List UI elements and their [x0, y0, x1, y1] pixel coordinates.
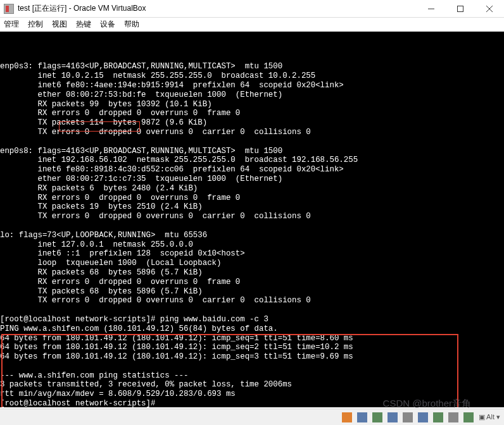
usb-icon[interactable] — [403, 412, 413, 422]
hdd-activity-icon[interactable] — [342, 412, 352, 422]
network-icon[interactable] — [387, 412, 398, 422]
menu-help[interactable]: 帮助 — [124, 19, 139, 30]
recording-icon[interactable] — [448, 412, 458, 422]
shared-folders-icon[interactable] — [418, 412, 428, 422]
window-titlebar: test [正在运行] - Oracle VM VirtualBox — [0, 0, 504, 18]
cpu-icon[interactable] — [463, 412, 474, 422]
menu-view[interactable]: 视图 — [52, 19, 67, 30]
menu-devices[interactable]: 设备 — [100, 19, 115, 30]
audio-icon[interactable] — [372, 412, 382, 422]
host-key-indicator: ▣ Alt ▾ — [479, 413, 500, 421]
menu-bar: 管理 控制 视图 热键 设备 帮助 — [0, 18, 504, 32]
maximize-button[interactable] — [446, 0, 475, 17]
svg-rect-0 — [458, 6, 463, 11]
window-title: test [正在运行] - Oracle VM VirtualBox — [18, 3, 417, 14]
optical-drive-icon[interactable] — [357, 412, 367, 422]
window-controls — [417, 0, 504, 17]
vm-status-bar: ▣ Alt ▾ — [0, 409, 504, 425]
menu-control[interactable]: 控制 — [28, 19, 43, 30]
menu-hotkeys[interactable]: 热键 — [76, 19, 91, 30]
display-icon[interactable] — [433, 412, 443, 422]
menu-manage[interactable]: 管理 — [4, 19, 19, 30]
close-button[interactable] — [475, 0, 504, 17]
minimize-button[interactable] — [417, 0, 446, 17]
terminal-output[interactable]: enp0s3: flags=4163<UP,BROADCAST,RUNNING,… — [0, 32, 504, 407]
app-icon — [4, 4, 14, 14]
